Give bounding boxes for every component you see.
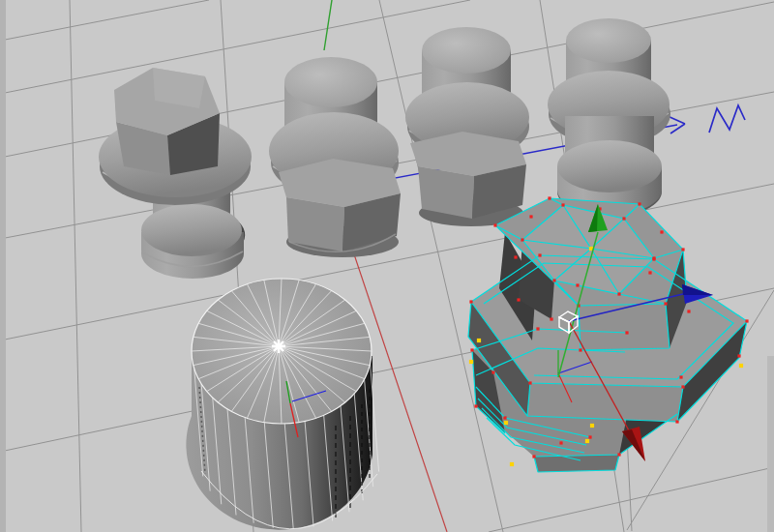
grid-plane-left-edge xyxy=(0,0,6,532)
perspective-viewport[interactable] xyxy=(0,0,774,532)
grid-plane-right-edge xyxy=(767,356,774,532)
cylinder-mesh[interactable] xyxy=(186,279,378,530)
bolt-3-mesh[interactable] xyxy=(405,27,529,226)
spoke-center-highlight xyxy=(272,340,285,353)
scene-canvas[interactable] xyxy=(0,0,774,532)
